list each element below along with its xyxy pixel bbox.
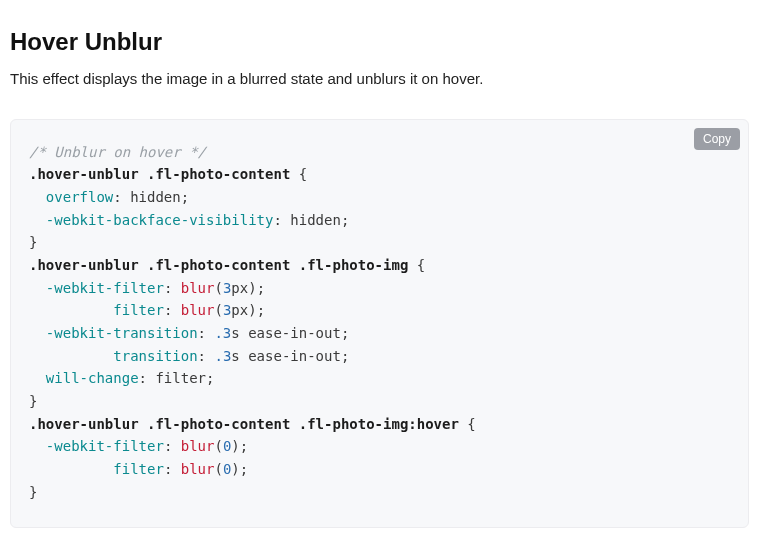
section-heading: Hover Unblur bbox=[10, 28, 749, 56]
code-token-punc: ( bbox=[214, 461, 222, 477]
code-token-plain: filter bbox=[155, 370, 206, 386]
code-block: Copy /* Unblur on hover */ .hover-unblur… bbox=[10, 119, 749, 528]
code-token-plain bbox=[290, 416, 298, 432]
code-token-plain: px bbox=[231, 280, 248, 296]
code-token-plain bbox=[29, 302, 113, 318]
code-token-plain: s ease-in-out bbox=[231, 348, 341, 364]
code-token-punc: : bbox=[273, 212, 290, 228]
code-token-plain bbox=[29, 461, 113, 477]
code-token-punc: : bbox=[164, 302, 181, 318]
code-token-punc: : bbox=[164, 461, 181, 477]
code-token-punc: } bbox=[29, 393, 37, 409]
code-token-num: .3 bbox=[214, 325, 231, 341]
code-token-punc: ; bbox=[240, 438, 248, 454]
code-token-punc: ) bbox=[231, 461, 239, 477]
code-token-sel: .fl-photo-content bbox=[147, 257, 290, 273]
code-token-punc: : bbox=[113, 189, 130, 205]
code-token-plain: s ease-in-out bbox=[231, 325, 341, 341]
code-token-punc: ( bbox=[214, 302, 222, 318]
code-token-plain bbox=[29, 280, 46, 296]
code-token-sel: .hover-unblur bbox=[29, 166, 139, 182]
code-token-plain bbox=[29, 189, 46, 205]
code-token-punc: : bbox=[198, 325, 215, 341]
code-token-punc: ; bbox=[206, 370, 214, 386]
code-token-punc: ( bbox=[214, 280, 222, 296]
code-token-punc: ( bbox=[214, 438, 222, 454]
code-token-plain: hidden bbox=[290, 212, 341, 228]
code-token-plain: hidden bbox=[130, 189, 181, 205]
code-token-sel: .fl-photo-content bbox=[147, 416, 290, 432]
code-token-prop: filter bbox=[113, 461, 164, 477]
code-token-plain: px bbox=[231, 302, 248, 318]
code-token-num: .3 bbox=[214, 348, 231, 364]
code-token-punc: : bbox=[139, 370, 156, 386]
code-token-sel: .fl-photo-img:hover bbox=[299, 416, 459, 432]
code-token-punc: : bbox=[198, 348, 215, 364]
code-token-punc: { bbox=[417, 257, 425, 273]
code-token-prop: filter bbox=[113, 302, 164, 318]
code-token-sel: .hover-unblur bbox=[29, 416, 139, 432]
code-token-punc: ; bbox=[257, 280, 265, 296]
code-token-func: blur bbox=[181, 302, 215, 318]
code-token-func: blur bbox=[181, 280, 215, 296]
code-token-punc: ; bbox=[240, 461, 248, 477]
code-token-plain bbox=[139, 416, 147, 432]
code-token-plain bbox=[139, 257, 147, 273]
code-token-punc: ) bbox=[231, 438, 239, 454]
code-token-punc: } bbox=[29, 234, 37, 250]
copy-button[interactable]: Copy bbox=[694, 128, 740, 150]
code-token-punc: : bbox=[164, 438, 181, 454]
code-token-plain bbox=[29, 438, 46, 454]
code-token-prop: -webkit-backface-visibility bbox=[46, 212, 274, 228]
code-token-punc: ; bbox=[341, 325, 349, 341]
code-token-punc: { bbox=[299, 166, 307, 182]
code-token-punc: { bbox=[467, 416, 475, 432]
code-token-sel: .hover-unblur bbox=[29, 257, 139, 273]
code-token-prop: -webkit-transition bbox=[46, 325, 198, 341]
code-token-punc: ) bbox=[248, 302, 256, 318]
code-token-plain bbox=[408, 257, 416, 273]
code-token-punc: ) bbox=[248, 280, 256, 296]
code-token-plain bbox=[29, 348, 113, 364]
code-token-prop: will-change bbox=[46, 370, 139, 386]
code-content: /* Unblur on hover */ .hover-unblur .fl-… bbox=[29, 142, 730, 505]
code-token-prop: transition bbox=[113, 348, 197, 364]
code-token-sel: .fl-photo-img bbox=[299, 257, 409, 273]
code-token-prop: -webkit-filter bbox=[46, 280, 164, 296]
code-token-prop: overflow bbox=[46, 189, 113, 205]
code-token-punc: : bbox=[164, 280, 181, 296]
code-token-sel: .fl-photo-content bbox=[147, 166, 290, 182]
code-token-plain bbox=[290, 166, 298, 182]
section-description: This effect displays the image in a blur… bbox=[10, 68, 749, 91]
code-token-plain bbox=[29, 370, 46, 386]
code-token-comment: /* Unblur on hover */ bbox=[29, 144, 206, 160]
code-token-func: blur bbox=[181, 438, 215, 454]
code-token-plain bbox=[29, 325, 46, 341]
code-token-punc: ; bbox=[341, 348, 349, 364]
code-token-func: blur bbox=[181, 461, 215, 477]
code-token-punc: ; bbox=[257, 302, 265, 318]
code-token-punc: } bbox=[29, 484, 37, 500]
code-token-plain bbox=[29, 212, 46, 228]
code-token-plain bbox=[139, 166, 147, 182]
code-token-punc: ; bbox=[341, 212, 349, 228]
code-token-plain bbox=[290, 257, 298, 273]
code-token-punc: ; bbox=[181, 189, 189, 205]
code-token-prop: -webkit-filter bbox=[46, 438, 164, 454]
